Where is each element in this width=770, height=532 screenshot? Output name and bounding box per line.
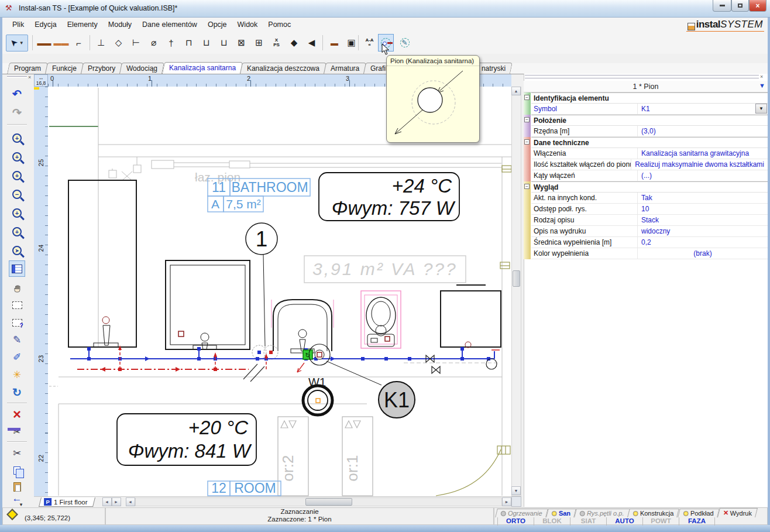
w1-riser[interactable]: W1 (303, 376, 332, 415)
section-title[interactable]: Wygląd (531, 181, 768, 193)
coupling-icon[interactable]: ▬ (327, 35, 341, 50)
zoom-out-button[interactable]: − (9, 186, 25, 202)
shield-icon[interactable]: ◆ (287, 35, 301, 50)
room-label-bathroom[interactable]: 11 BATHROOM A 7,5 m² (208, 179, 310, 212)
tab-przybory[interactable]: Przybory (81, 63, 122, 74)
pipe-thick-icon[interactable]: ▬▬ (37, 35, 50, 50)
delete-button[interactable]: × (9, 406, 25, 423)
sheet-tab-first-floor[interactable]: P 1 First floor (39, 497, 95, 507)
layer-tab-wydruk[interactable]: ✕Wydruk (717, 508, 758, 517)
floor-drain-icon[interactable]: ⊥ (94, 35, 108, 50)
fixture-cabinet-left[interactable] (68, 180, 136, 347)
layer-tab-rys-petli[interactable]: Rys.pętli o.p. (574, 509, 630, 517)
redo-button[interactable]: ↷ (9, 104, 25, 121)
heat-label-bathroom[interactable]: +24 °C Φwym: 757 W (319, 173, 459, 221)
floor-plan-svg[interactable]: łaz. pion (48, 87, 511, 496)
properties-table-button[interactable] (9, 260, 25, 277)
toggle-powt[interactable]: POWT (642, 517, 679, 526)
tub-open-icon[interactable]: ⊓ (182, 35, 195, 50)
tub-u-icon[interactable]: ⊔ (200, 35, 213, 50)
sheet-prev-icon[interactable]: ◄ (102, 497, 112, 506)
menu-edycja[interactable]: Edycja (29, 19, 62, 30)
section-title[interactable]: Położenie (531, 115, 768, 126)
left-toolbar-close-icon[interactable]: × (28, 74, 31, 80)
vertical-scroll-thumb[interactable] (513, 270, 520, 287)
splitter-box[interactable] (511, 496, 521, 507)
undo-button[interactable]: ↶ (9, 85, 25, 102)
menu-plik[interactable]: Plik (7, 19, 29, 30)
property-value[interactable]: Realizuj maksymalnie dwoma kształtkami (631, 159, 768, 170)
tab-funkcje[interactable]: Funkcje (45, 63, 84, 74)
branch-icon[interactable]: ⊢ (129, 35, 143, 50)
zoom-in-step-button[interactable]: + (9, 167, 25, 184)
property-value[interactable]: (brak) (638, 248, 768, 259)
menu-pomoc[interactable]: Pomoc (263, 19, 296, 30)
property-value[interactable]: 0,2 (638, 237, 768, 248)
x-ps-icon[interactable]: X PS (270, 35, 283, 50)
property-value[interactable]: K1 ▼ (638, 104, 768, 114)
fixture-shower[interactable] (166, 260, 250, 349)
tub-u-small-icon[interactable]: ⊔ (217, 35, 231, 50)
layer-tab-ogrzewanie[interactable]: Ogrzewanie (495, 509, 548, 517)
vent-icon[interactable]: ◀ (305, 35, 318, 50)
pipe-thin-icon[interactable]: ▬▬ (54, 35, 68, 50)
property-value[interactable]: (3,0) (638, 126, 768, 136)
value-dropdown-icon[interactable]: ▼ (755, 104, 767, 114)
properties-header-dropdown-icon[interactable]: ▼ (759, 82, 765, 89)
hscroll-left-icon[interactable]: ◄ (126, 497, 135, 506)
vertical-scrollbar[interactable] (511, 87, 521, 496)
room-label-room[interactable]: 12 ROOM (208, 480, 281, 496)
section-title[interactable]: Dane techniczne (531, 137, 768, 148)
section-title[interactable]: Identyfikacja elementu (531, 92, 768, 104)
draw-pencil-button[interactable]: ✎ (9, 331, 25, 348)
horizontal-scroll-thumb[interactable] (305, 498, 352, 506)
fitting-icon[interactable]: ⌀ (147, 35, 160, 50)
left-toolbar-grip[interactable] (7, 76, 27, 78)
toggle-orto[interactable]: ORTO (497, 517, 534, 526)
highlight-marker-button[interactable]: ✐ (9, 349, 25, 365)
horizontal-scrollbar[interactable] (135, 497, 502, 506)
property-value[interactable]: Stack (638, 215, 768, 225)
area-label-gray[interactable]: 3,91 m² VA ??? (304, 256, 466, 283)
menu-widok[interactable]: Widok (232, 19, 263, 30)
sheet-next-icon[interactable]: ► (112, 497, 121, 506)
fixture-cabinet-right[interactable] (441, 285, 501, 348)
riser-balloon-1[interactable]: 1 (246, 223, 277, 346)
layer-tab-konstrukcja[interactable]: Konstrukcja (628, 509, 680, 517)
cut-button[interactable]: ✂ (9, 445, 25, 461)
properties-close-icon[interactable]: × (760, 74, 763, 80)
collapse-icon[interactable]: − (524, 184, 530, 189)
select-rect-query-button[interactable]: ? (9, 314, 25, 331)
tab-kanalizacja-sanitarna[interactable]: Kanalizacja sanitarna (161, 62, 242, 74)
copy-button[interactable] (9, 462, 25, 479)
zoom-dynamic-button[interactable]: ➤ (9, 242, 25, 259)
aa-section-icon[interactable]: A-A « (363, 35, 376, 50)
zoom-sheet-button[interactable]: + (9, 224, 25, 240)
alarm-box-icon[interactable]: ▣ (345, 35, 358, 50)
menu-opcje[interactable]: Opcje (202, 19, 232, 30)
valve-icon[interactable]: ◇ (112, 35, 125, 50)
toggle-auto[interactable]: AUTO (606, 517, 642, 526)
select-tool-button[interactable]: ➤ ▼ (6, 35, 28, 52)
valve-box-icon[interactable]: ⊠ (235, 35, 248, 50)
pan-hand-button[interactable] (9, 279, 25, 296)
minimize-button[interactable] (713, 0, 731, 12)
zoom-window-button[interactable]: + (9, 149, 25, 165)
tab-armatura[interactable]: Armatura (324, 63, 366, 74)
zoom-in-button[interactable]: + (9, 130, 25, 146)
property-value[interactable]: widoczny (638, 226, 768, 236)
close-button[interactable]: × (749, 0, 766, 12)
scroll-up-icon[interactable]: ▲ (511, 87, 521, 95)
pion-edit-button[interactable]: ✎ (397, 34, 412, 52)
property-value[interactable]: Tak (638, 193, 768, 203)
menu-elementy[interactable]: Elementy (62, 19, 103, 30)
property-value[interactable]: Kanalizacja sanitarna grawitacyjna (638, 148, 768, 159)
properties-panel-grip[interactable] (525, 75, 759, 78)
marker-column-2[interactable]: or:1 (342, 417, 373, 496)
layer-tab-san[interactable]: San (546, 509, 576, 517)
scroll-down-icon[interactable]: ▼ (511, 486, 521, 495)
tab-program[interactable]: Program (7, 63, 48, 74)
cut-pipe-button[interactable]: ✂ (9, 424, 25, 440)
star-brush-button[interactable]: ✳ (9, 366, 25, 383)
fixture-toilet[interactable] (361, 291, 401, 348)
